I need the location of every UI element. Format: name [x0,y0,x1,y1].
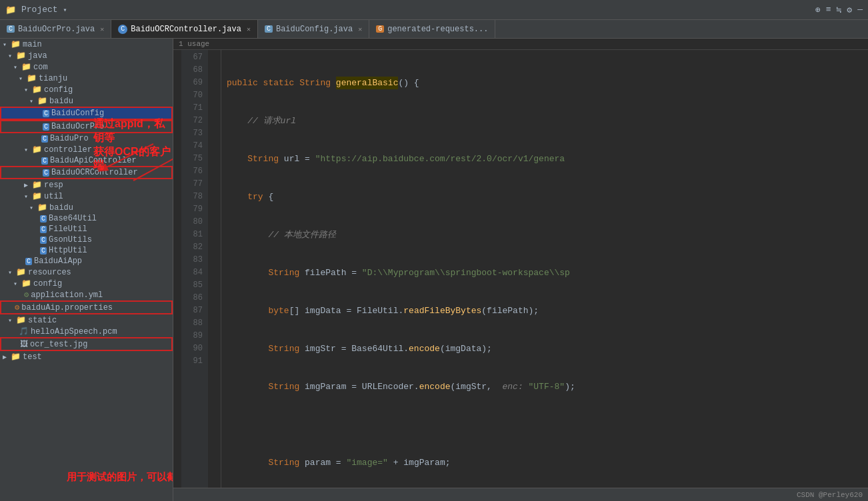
label-baiduocrctrl: BaiduOCRController [51,168,138,177]
arrow-resources: ▾ [8,268,15,276]
tree-item-com[interactable]: ▾ 📁 com [0,61,173,73]
tab-baiduocr[interactable]: C BaiduOCRController.java ✕ [111,20,258,38]
tree-item-baiduaiapp[interactable]: C BaiduAiApp [0,256,173,266]
folder-icon: 📁 [5,5,16,15]
label-fileutil: FileUtil [49,225,87,234]
gutter-right [208,50,221,498]
minimize-icon[interactable]: — [857,5,863,15]
code-area: 1 usage 67 68 69 70 71 72 73 74 75 76 77… [173,39,868,501]
tree-item-baiduconfig[interactable]: C BaiduConfig [0,107,173,120]
file-icon-baiduapi: C [41,157,48,165]
tab-close-baiduocr[interactable]: ✕ [247,25,251,33]
tree-item-httputil[interactable]: C HttpUtil [0,245,173,256]
line-numbers: 67 68 69 70 71 72 73 74 75 76 77 78 79 8… [181,50,208,498]
label-util-baidu: baidu [49,203,73,213]
tab-close-baidupro[interactable]: ✕ [100,25,104,33]
tree-item-resources[interactable]: ▾ 📁 resources [0,266,173,278]
arrow-res-config: ▾ [13,280,20,288]
label-baidupro: BaiduPro [50,134,89,143]
tree-item-baidu[interactable]: ▾ 📁 baidu [0,95,173,107]
label-helloaip: helloAipSpeech.pcm [31,327,117,336]
file-icon-baiduaiapp: C [25,258,32,265]
tree-item-ocrtest[interactable]: 🖼 ocr_test.jpg [0,337,173,351]
code-line-77: String param = "image=" + imgParam; [227,456,863,469]
label-res-config: config [33,279,62,288]
collapse-icon[interactable]: ≒ [837,5,842,15]
folder-icon-util: 📁 [32,191,42,201]
arrow-controller: ▾ [24,146,31,154]
arrow-static: ▾ [8,316,15,324]
label-appyml: application.yml [31,290,103,300]
bottom-bar: CSDN @Perley620 [173,488,868,501]
folder-icon-config: 📁 [32,85,42,95]
file-icon-baiduocrctrl: C [43,169,49,177]
folder-icon-main: 📁 [11,39,21,49]
arrow-resp: ▶ [24,181,31,189]
label-tianju: tianju [39,74,67,83]
tree-item-static[interactable]: ▾ 📁 static [0,314,173,326]
tree-item-util-baidu[interactable]: ▾ 📁 baidu [0,202,173,213]
tree-item-baiduapi[interactable]: C BaiduApiController [0,155,173,166]
tree-item-test[interactable]: ▶ 📁 test [0,351,173,362]
tree-item-resp[interactable]: ▶ 📁 resp [0,179,173,191]
settings-icon[interactable]: ⚙ [847,5,852,15]
tree-item-util[interactable]: ▾ 📁 util [0,191,173,202]
sidebar[interactable]: ▾ 📁 main ▾ 📁 java ▾ 📁 com ▾ 📁 tianju ▾ 📁 [0,39,173,501]
tree-item-baiduaip[interactable]: ⚙ baiduAip.properties [0,300,173,314]
folder-icon-test: 📁 [11,352,21,362]
file-icon-httputil: C [40,247,47,254]
tree-item-base64util[interactable]: C Base64Util [0,213,173,224]
tree-item-controller[interactable]: ▾ 📁 controller [0,144,173,155]
code-line-71: // 本地文件路径 [227,229,863,241]
tree-item-baidupro[interactable]: C BaiduPro [0,133,173,144]
folder-icon-res-config: 📁 [21,278,31,288]
tab-icon-baiduconfig: C [265,25,273,33]
tree-item-res-config[interactable]: ▾ 📁 config [0,278,173,289]
tree-item-appyml[interactable]: ⚙ application.yml [0,289,173,300]
tab-generated[interactable]: G generated-requests... [369,20,495,38]
arrow-main: ▾ [3,41,9,49]
tree-item-config[interactable]: ▾ 📁 config [0,84,173,95]
tab-baiduconfig[interactable]: C BaiduConfig.java ✕ [258,20,369,38]
label-test: test [23,352,42,362]
tree-item-baiduocrpro[interactable]: C BaiduOcrPro [0,120,173,133]
tree-item-java[interactable]: ▾ 📁 java [0,50,173,61]
code-line-72: String filePath = "D:\\Myprogram\\spring… [227,266,863,279]
tree-item-gsonutils[interactable]: C GsonUtils [0,235,173,245]
code-header: 1 usage [173,39,868,50]
label-baiduaip: baiduAip.properties [21,303,113,312]
tree-item-tianju[interactable]: ▾ 📁 tianju [0,73,173,84]
folder-icon-com: 📁 [21,62,31,72]
code-line-70: try { [227,191,863,203]
tab-label-baidupro: BaiduOcrPro.java [18,25,95,34]
file-icon-base64util: C [40,215,47,223]
tree-item-helloaip[interactable]: 🎵 helloAipSpeech.pcm [0,326,173,337]
code-content[interactable]: 67 68 69 70 71 72 73 74 75 76 77 78 79 8… [173,50,868,498]
label-ocrtest: ocr_test.jpg [30,340,87,349]
dropdown-arrow[interactable]: ▾ [63,6,67,14]
tab-baidupro[interactable]: C BaiduOcrPro.java ✕ [0,20,111,38]
search-icon[interactable]: ⊕ [815,5,821,15]
file-icon-gsonutils: C [40,237,47,244]
tree-item-main[interactable]: ▾ 📁 main [0,39,173,50]
main-layout: ▾ 📁 main ▾ 📁 java ▾ 📁 com ▾ 📁 tianju ▾ 📁 [0,39,868,501]
file-icon-appyml: ⚙ [24,290,29,300]
tree-item-fileutil[interactable]: C FileUtil [0,224,173,235]
tab-icon-baiduocr: C [118,25,127,34]
tab-close-baiduconfig[interactable]: ✕ [358,25,362,33]
project-title[interactable]: Project [21,5,58,15]
list-icon[interactable]: ≡ [826,5,831,15]
label-baiduaiapp: BaiduAiApp [34,256,82,266]
code-line-68: // 请求url [227,115,863,127]
folder-icon-static: 📁 [16,315,26,325]
arrow-test: ▶ [3,353,9,361]
code-line-69: String url = "https://aip.baidubce.com/r… [227,153,863,165]
label-gsonutils: GsonUtils [49,235,92,245]
label-static: static [28,316,57,325]
label-config: config [44,85,73,95]
annotation-testimg: 用于测试的图片，可以截图一行文字，先跑通单行 [67,470,173,484]
tab-label-baiduocr: BaiduOCRController.java [131,25,241,34]
file-icon-baiduocrpro: C [43,123,49,131]
tree-item-baiduocrctrl[interactable]: C BaiduOCRController [0,166,173,179]
file-icon-baiduconfig: C [43,110,49,117]
